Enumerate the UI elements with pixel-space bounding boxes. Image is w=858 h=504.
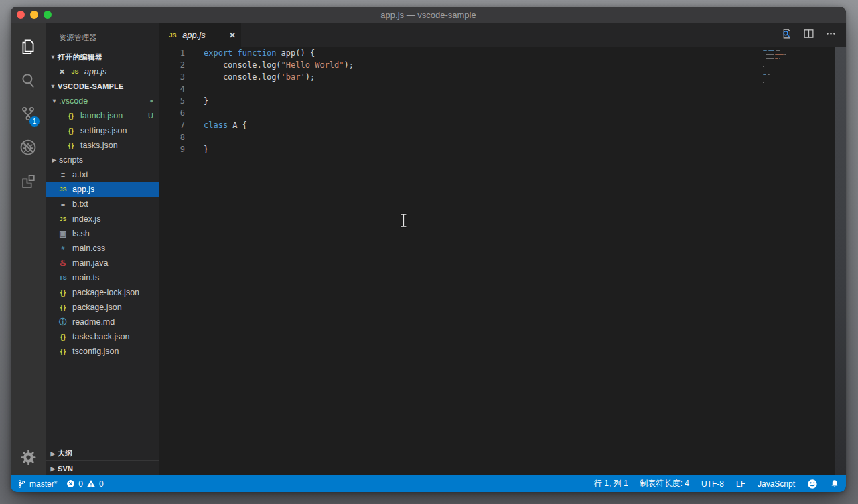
outline-section-header[interactable]: ▶ 大纲 [46, 446, 159, 460]
line-number: 6 [159, 107, 192, 119]
chevron-right-icon: ▶ [50, 157, 59, 163]
tree-item-.vscode[interactable]: ▼.vscode● [46, 94, 159, 108]
window-title: app.js — vscode-sample [11, 10, 846, 20]
branch-status[interactable]: master* [17, 479, 57, 489]
tree-item-tsconfig.json[interactable]: {}tsconfig.json [46, 344, 159, 359]
error-count: 0 [78, 479, 83, 489]
indentation-status[interactable]: 制表符长度: 4 [640, 478, 689, 489]
chevron-right-icon: ▶ [48, 465, 58, 472]
cursor-position[interactable]: 行 1, 列 1 [594, 478, 628, 489]
tree-item-a.txt[interactable]: ≡a.txt [46, 167, 159, 182]
title-bar: app.js — vscode-sample [11, 7, 846, 23]
line-number: 1 [159, 47, 192, 59]
file-name: index.js [72, 214, 100, 224]
line-numbers: 123456789 [159, 47, 192, 475]
file-name: scripts [59, 155, 83, 165]
file-name: main.ts [72, 273, 99, 282]
explorer-icon[interactable] [11, 30, 46, 64]
code-line: console.log('bar'); [204, 71, 846, 83]
js-icon: JS [70, 66, 80, 77]
tree-item-main.java[interactable]: ♨main.java [46, 256, 159, 270]
tab-appjs[interactable]: JS app.js ✕ [159, 23, 241, 47]
tree-item-ls.sh[interactable]: ▣ls.sh [46, 226, 159, 241]
json-icon: {} [58, 302, 68, 313]
tree-item-b.txt[interactable]: ≡b.txt [46, 197, 159, 212]
more-actions-icon[interactable] [825, 28, 837, 42]
source-control-icon[interactable]: 1 [11, 97, 46, 131]
warning-count: 0 [99, 479, 104, 489]
file-name: .vscode [59, 96, 88, 106]
code-line: } [204, 95, 846, 107]
tree-item-package.json[interactable]: {}package.json [46, 300, 159, 315]
svn-section-header[interactable]: ▶ SVN [46, 460, 159, 475]
tree-item-tasks.back.json[interactable]: {}tasks.back.json [46, 329, 159, 344]
scrollbar-track[interactable] [835, 47, 846, 475]
code-line: export function app() { [204, 47, 846, 59]
extensions-icon[interactable] [11, 164, 46, 197]
tree-item-readme.md[interactable]: ⓘreadme.md [46, 315, 159, 329]
text-file-icon: ≡ [58, 199, 68, 209]
tree-item-app.js[interactable]: JSapp.js [46, 182, 159, 197]
file-name: tsconfig.json [72, 347, 119, 356]
sidebar-title: 资源管理器 [46, 23, 159, 50]
tree-item-settings.json[interactable]: {}settings.json [46, 123, 159, 138]
open-editor-item-appjs[interactable]: ✕ JS app.js [46, 64, 159, 79]
ts-icon: TS [58, 272, 68, 283]
json-icon: {} [66, 125, 76, 136]
chevron-down-icon: ▼ [48, 83, 58, 90]
open-editors-header[interactable]: ▼ 打开的编辑器 [46, 50, 159, 64]
minimap[interactable] [763, 48, 790, 84]
workspace-header[interactable]: ▼ VSCODE-SAMPLE [46, 79, 159, 94]
tree-item-scripts[interactable]: ▶scripts [46, 153, 159, 167]
close-icon[interactable]: ✕ [59, 68, 70, 76]
activity-bar: 1 [11, 23, 46, 475]
encoding-status[interactable]: UTF-8 [701, 479, 724, 489]
eol-status[interactable]: LF [736, 479, 745, 489]
feedback-smiley-icon[interactable] [807, 479, 818, 489]
json-icon: {} [58, 346, 68, 357]
file-tree: ▼.vscode●{}launch.jsonU{}settings.json{}… [46, 94, 159, 359]
line-number: 4 [159, 83, 192, 95]
java-icon: ♨ [58, 258, 68, 268]
tree-item-main.css[interactable]: #main.css [46, 241, 159, 256]
tree-item-index.js[interactable]: JSindex.js [46, 212, 159, 226]
code-editor[interactable]: 123456789 export function app() { consol… [159, 47, 846, 475]
tree-item-launch.json[interactable]: {}launch.jsonU [46, 108, 159, 123]
tree-item-package-lock.json[interactable]: {}package-lock.json [46, 285, 159, 300]
code-line [204, 83, 846, 95]
split-editor-icon[interactable] [803, 28, 814, 42]
minimize-window-button[interactable] [30, 11, 38, 19]
js-icon: JS [58, 184, 68, 195]
manage-gear-icon[interactable] [11, 449, 46, 466]
problems-status[interactable]: 0 0 [66, 479, 103, 489]
file-name: main.css [72, 244, 105, 253]
debug-icon[interactable] [11, 131, 46, 164]
mouse-ibeam-cursor [399, 213, 408, 230]
language-mode[interactable]: JavaScript [758, 479, 795, 489]
json-icon: {} [66, 110, 76, 121]
line-number: 3 [159, 71, 192, 83]
close-window-button[interactable] [17, 11, 25, 19]
line-number: 9 [159, 143, 192, 155]
indent-guide [206, 59, 206, 95]
code-line: class A { [204, 119, 846, 131]
json-icon: {} [58, 331, 68, 342]
json-icon: {} [66, 140, 76, 151]
chevron-down-icon: ▼ [50, 98, 59, 104]
file-name: settings.json [80, 126, 127, 135]
open-changes-icon[interactable] [781, 28, 792, 42]
file-name: package.json [72, 303, 122, 312]
js-icon: JS [58, 214, 68, 224]
close-tab-icon[interactable]: ✕ [229, 31, 236, 40]
zoom-window-button[interactable] [44, 11, 52, 19]
code-line [204, 131, 846, 143]
scm-badge: 1 [29, 116, 40, 127]
tree-item-tasks.json[interactable]: {}tasks.json [46, 138, 159, 153]
line-number: 5 [159, 95, 192, 107]
tab-label: app.js [182, 30, 206, 40]
notifications-bell-icon[interactable] [830, 479, 839, 489]
code-line [204, 107, 846, 119]
tree-item-main.ts[interactable]: TSmain.ts [46, 270, 159, 285]
sidebar-bottom-panels: ▶ 大纲 ▶ SVN [46, 446, 159, 475]
search-icon[interactable] [11, 64, 46, 97]
